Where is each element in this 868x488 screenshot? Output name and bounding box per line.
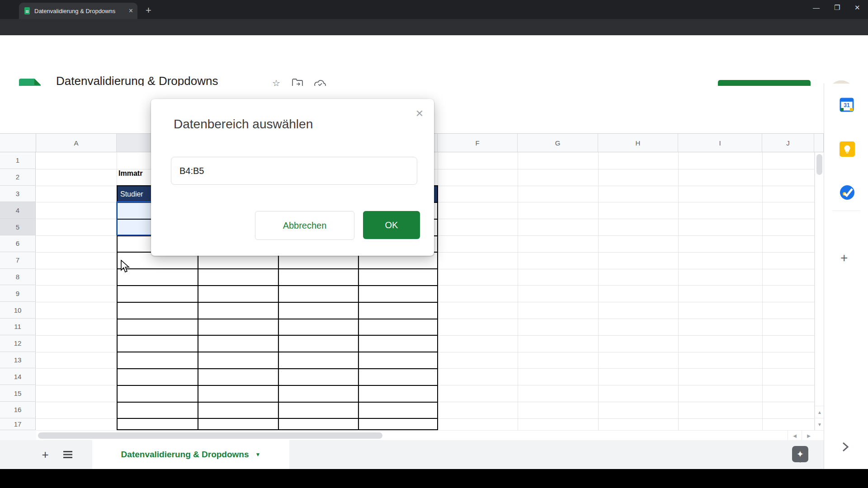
column-header-g[interactable]: G	[518, 134, 598, 152]
collapse-panel-icon[interactable]	[842, 442, 849, 455]
row-header-8[interactable]: 8	[0, 269, 36, 286]
select-all-corner[interactable]	[0, 133, 36, 152]
table-border	[118, 302, 437, 303]
calendar-icon[interactable]: 31	[840, 98, 854, 112]
tasks-icon[interactable]	[840, 185, 855, 200]
scroll-right-icon[interactable]: ▶	[802, 431, 816, 441]
sheet-tab-active[interactable]: Datenvalidierung & Dropdowns ▼	[92, 440, 289, 469]
table-border	[118, 385, 437, 386]
sparkle-badge-icon[interactable]: ✦	[792, 446, 808, 462]
row-header-10[interactable]: 10	[0, 302, 36, 319]
browser-tab[interactable]: Datenvalidierung & Dropdowns ×	[19, 3, 137, 19]
row-header-16[interactable]: 16	[0, 402, 36, 418]
add-sheet-button[interactable]: +	[36, 440, 54, 469]
window-close-button[interactable]: ✕	[854, 4, 860, 12]
row-headers: 1234567891011121314151617	[0, 152, 36, 430]
row-header-5[interactable]: 5	[0, 219, 36, 235]
column-header-a[interactable]: A	[36, 134, 117, 152]
window-minimize-button[interactable]: —	[813, 4, 820, 11]
table-border	[118, 319, 437, 319]
browser-toolbar: ← → ↻ docs.google.com/spreadsheets/d/1JK…	[0, 19, 868, 35]
dialog-close-icon[interactable]: ×	[416, 106, 423, 121]
add-addon-button[interactable]: +	[840, 251, 848, 265]
data-range-input[interactable]	[171, 157, 417, 185]
row-header-15[interactable]: 15	[0, 385, 36, 402]
table-border	[118, 352, 437, 352]
table-header-text: Studier	[120, 190, 143, 198]
table-border	[118, 418, 437, 419]
column-header-partial[interactable]	[814, 134, 824, 152]
ok-button[interactable]: OK	[363, 211, 420, 239]
row-header-9[interactable]: 9	[0, 285, 36, 302]
column-header-h[interactable]: H	[598, 134, 678, 152]
column-header-i[interactable]: I	[678, 134, 762, 152]
panel-divider	[832, 211, 860, 211]
row-header-6[interactable]: 6	[0, 235, 36, 252]
gridline	[762, 152, 763, 430]
table-border	[118, 402, 437, 403]
svg-text:31: 31	[844, 102, 850, 108]
row-header-12[interactable]: 12	[0, 335, 36, 352]
tab-close-icon[interactable]: ×	[129, 7, 133, 14]
scroll-left-icon[interactable]: ◀	[788, 431, 802, 441]
vertical-scrollbar-thumb[interactable]	[816, 154, 822, 175]
table-border	[118, 368, 437, 369]
sheets-favicon-icon	[24, 7, 31, 14]
new-tab-button[interactable]: +	[146, 5, 151, 16]
row-header-14[interactable]: 14	[0, 368, 36, 385]
cell-b2-text[interactable]: Immatr	[118, 169, 142, 178]
gridline	[518, 152, 518, 430]
column-header-j[interactable]: J	[762, 134, 814, 152]
row-header-2[interactable]: 2	[0, 169, 36, 186]
row-header-1[interactable]: 1	[0, 152, 36, 169]
sheets-header: Datenvalidierung & Dropdowns ☆ DateiBear…	[0, 35, 868, 86]
scrollbar-corner	[0, 430, 36, 440]
dialog-title: Datenbereich auswählen	[174, 117, 313, 131]
screen: Datenvalidierung & Dropdowns × + — ❐ ✕ ←…	[0, 0, 868, 488]
browser-tab-strip: Datenvalidierung & Dropdowns × + — ❐ ✕	[0, 0, 868, 19]
gridline	[598, 152, 599, 430]
horizontal-scrollbar-thumb[interactable]	[38, 432, 382, 439]
keep-icon[interactable]	[840, 141, 855, 157]
gridline	[678, 152, 679, 430]
bottom-black-strip	[0, 469, 868, 488]
row-header-11[interactable]: 11	[0, 319, 36, 335]
window-restore-button[interactable]: ❐	[834, 4, 840, 12]
column-header-f[interactable]: F	[438, 134, 518, 152]
row-header-4[interactable]: 4	[0, 202, 36, 219]
table-border	[118, 335, 437, 336]
all-sheets-icon[interactable]	[59, 440, 77, 469]
select-data-range-dialog: Datenbereich auswählen × Abbrechen OK	[151, 99, 434, 256]
mouse-cursor	[120, 260, 131, 273]
table-border	[118, 268, 437, 269]
tab-title: Datenvalidierung & Dropdowns	[34, 8, 126, 14]
sheet-tab-caret-icon[interactable]: ▼	[255, 451, 261, 458]
scroll-down-icon[interactable]: ▼	[815, 418, 824, 430]
vertical-scrollbar[interactable]: ▲ ▼	[815, 152, 824, 430]
side-panel: 31 +	[824, 84, 868, 469]
row-header-13[interactable]: 13	[0, 352, 36, 369]
cancel-button[interactable]: Abbrechen	[255, 211, 354, 240]
row-header-17[interactable]: 17	[0, 418, 36, 430]
sheet-tab-label: Datenvalidierung & Dropdowns	[121, 450, 249, 460]
table-border	[118, 285, 437, 286]
scroll-up-icon[interactable]: ▲	[815, 406, 824, 418]
row-header-7[interactable]: 7	[0, 252, 36, 269]
horizontal-scrollbar[interactable]: ◀ ▶	[36, 430, 824, 440]
row-header-3[interactable]: 3	[0, 186, 36, 202]
